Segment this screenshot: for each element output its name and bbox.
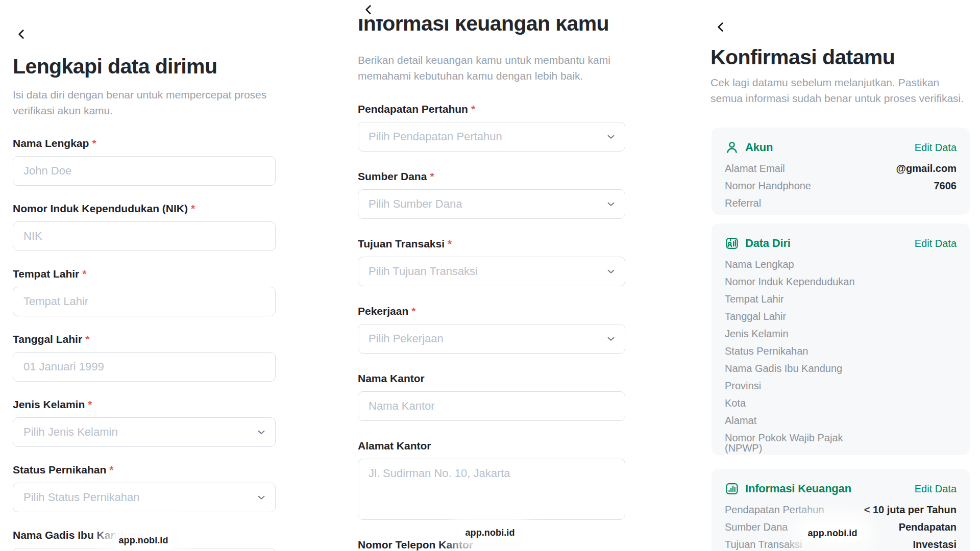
page-subtitle: Berikan detail keuangan kamu untuk memba…: [358, 52, 616, 84]
page-title: Konfirmasi datamu: [710, 45, 895, 70]
select-input[interactable]: Pilih Status Pernikahan: [13, 483, 276, 512]
text-input[interactable]: Nama Kantor: [358, 391, 625, 421]
input-placeholder: NIK: [23, 230, 42, 243]
summary-row: Nama Lengkap: [725, 259, 957, 269]
input-placeholder: Pilih Pendapatan Pertahun: [369, 130, 502, 143]
field-label-row: Pekerjaan*: [358, 305, 625, 318]
required-asterisk: *: [85, 333, 89, 345]
summary-row-label: Nomor Induk Kependudukan: [725, 277, 855, 287]
required-asterisk: *: [471, 103, 475, 115]
required-asterisk: *: [448, 238, 452, 249]
input-placeholder: 01 Januari 1999: [23, 360, 104, 373]
summary-card-data-diri: Data Diri Edit Data Nama Lengkap Nomor I…: [712, 223, 970, 455]
summary-row: Nomor Handphone 7606: [725, 181, 957, 191]
card-header: Informasi Keuangan Edit Data: [725, 481, 957, 496]
form-field: Pekerjaan* Pilih Pekerjaan: [358, 305, 625, 354]
summary-row-value: Pendapatan: [899, 522, 957, 532]
summary-row: Provinsi: [725, 381, 957, 391]
text-input[interactable]: 01 Januari 1999: [13, 352, 276, 382]
watermark-text: app.nobi.id: [118, 535, 168, 546]
summary-row: Jenis Kelamin: [725, 329, 957, 339]
page-subtitle: Cek lagi datamu sebelum melanjutkan. Pas…: [710, 74, 968, 106]
back-button[interactable]: [14, 27, 29, 42]
required-asterisk: *: [109, 464, 113, 475]
personal-form: Nama Lengkap* John Doe Nomor Induk Kepen…: [13, 137, 276, 551]
field-label-row: Nama Kantor: [358, 372, 625, 385]
watermark-badge: app.nobi.id: [111, 531, 176, 550]
screen-confirmation: Konfirmasi datamu Cek lagi datamu sebelu…: [710, 0, 973, 551]
summary-row-label: Nomor Pokok Wajib Pajak (NPWP): [725, 433, 868, 453]
chevron-down-icon: [605, 131, 617, 142]
form-field: Alamat Kantor Jl. Sudirman No. 10, Jakar…: [358, 439, 625, 520]
input-placeholder: Jl. Sudirman No. 10, Jakarta: [369, 467, 510, 480]
form-field: Jenis Kelamin* Pilih Jenis Kelamin: [13, 398, 276, 447]
select-input[interactable]: Pilih Jenis Kelamin: [13, 417, 276, 447]
input-placeholder: Pilih Sumber Dana: [369, 197, 462, 211]
text-input[interactable]: John Doe: [13, 156, 276, 186]
field-label: Nama Lengkap: [13, 137, 89, 149]
financial-form: Pendapatan Pertahun* Pilih Pendapatan Pe…: [358, 103, 625, 551]
summary-row-value: 7606: [934, 181, 957, 191]
field-label-row: Alamat Kantor: [358, 439, 625, 453]
id-card-icon: [725, 236, 739, 251]
select-input[interactable]: Pilih Pekerjaan: [358, 324, 625, 354]
field-label-row: Tanggal Lahir*: [13, 333, 276, 346]
summary-row: Alamat Email @gmail.com: [725, 163, 957, 173]
field-label: Status Pernikahan: [13, 464, 106, 475]
card-title: Informasi Keuangan: [745, 482, 851, 495]
page-title: Lengkapi data dirimu: [13, 54, 217, 79]
summary-row: Alamat: [725, 415, 957, 425]
form-field: Tanggal Lahir* 01 Januari 1999: [13, 333, 276, 382]
card-rows: Nama Lengkap Nomor Induk Kependudukan Te…: [725, 259, 957, 453]
field-label-row: Sumber Dana*: [358, 170, 625, 183]
summary-row: Status Pernikahan: [725, 346, 957, 356]
field-label: Pekerjaan: [358, 305, 408, 317]
select-input[interactable]: Pilih Pendapatan Pertahun: [358, 122, 625, 152]
required-asterisk: *: [191, 203, 195, 214]
select-input[interactable]: Pilih Sumber Dana: [358, 189, 625, 219]
bar-chart-icon: [725, 482, 739, 496]
required-asterisk: *: [430, 170, 434, 182]
summary-row-value: @gmail.com: [896, 163, 957, 173]
input-placeholder: Nama Kantor: [369, 399, 435, 413]
textarea-input[interactable]: Jl. Sudirman No. 10, Jakarta: [358, 459, 625, 520]
chevron-down-icon: [605, 333, 617, 344]
field-label: Tujuan Transaksi: [358, 238, 445, 249]
edit-data-link[interactable]: Edit Data: [915, 483, 957, 495]
back-button[interactable]: [361, 2, 376, 17]
field-label: Sumber Dana: [358, 170, 427, 182]
summary-row-label: Nama Lengkap: [725, 259, 794, 269]
edit-data-link[interactable]: Edit Data: [915, 238, 957, 249]
summary-row: Nomor Pokok Wajib Pajak (NPWP): [725, 433, 957, 453]
back-button[interactable]: [713, 19, 728, 35]
summary-card-akun: Akun Edit Data Alamat Email @gmail.com N…: [712, 128, 970, 215]
field-label-row: Pendapatan Pertahun*: [358, 103, 625, 116]
summary-row-label: Tujuan Transaksi: [725, 539, 802, 549]
text-input[interactable]: Tempat Lahir: [13, 287, 276, 316]
field-label-row: Nama Lengkap*: [13, 137, 276, 150]
summary-row-label: Tanggal Lahir: [725, 311, 786, 321]
field-label: Nomor Induk Kependudukan (NIK): [13, 203, 188, 214]
select-input[interactable]: Pilih Tujuan Transaksi: [358, 257, 625, 286]
required-asterisk: *: [88, 398, 92, 410]
page-subtitle: Isi data diri dengan benar untuk memperc…: [13, 87, 276, 118]
watermark-text: app.nobi.id: [807, 528, 857, 539]
summary-row-label: Pendapatan Pertahun: [725, 505, 824, 515]
field-label-row: Jenis Kelamin*: [13, 398, 276, 411]
field-label: Jenis Kelamin: [13, 398, 85, 410]
summary-row-label: Nama Gadis Ibu Kandung: [725, 363, 842, 373]
chevron-down-icon: [605, 266, 617, 277]
required-asterisk: *: [411, 305, 415, 317]
summary-row: Nama Gadis Ibu Kandung: [725, 363, 957, 373]
form-field: Nomor Induk Kependudukan (NIK)* NIK: [13, 202, 276, 251]
summary-row-value: < 10 juta per Tahun: [864, 505, 957, 515]
card-header: Data Diri Edit Data: [725, 236, 957, 251]
field-label-row: Nomor Induk Kependudukan (NIK)*: [13, 202, 276, 215]
field-label: Alamat Kantor: [358, 440, 431, 452]
summary-row: Tempat Lahir: [725, 294, 957, 304]
chevron-down-icon: [256, 427, 267, 438]
input-placeholder: John Doe: [23, 164, 71, 178]
edit-data-link[interactable]: Edit Data: [915, 142, 957, 154]
text-input[interactable]: NIK: [13, 221, 276, 251]
input-placeholder: Pilih Pekerjaan: [369, 332, 444, 345]
